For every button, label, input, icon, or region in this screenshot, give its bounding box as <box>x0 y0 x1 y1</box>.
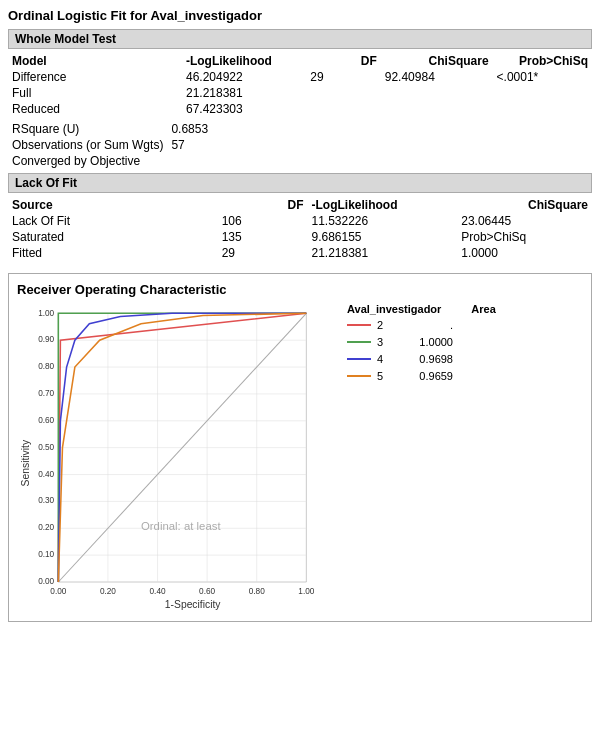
row-ll-2: 67.423303 <box>182 101 306 117</box>
col-chisquare: ChiSquare <box>381 53 493 69</box>
table-row: Saturated 135 9.686155 Prob>ChiSq <box>8 229 592 245</box>
lof-row1-df: 135 <box>218 229 308 245</box>
table-row: Full 21.218381 <box>8 85 592 101</box>
svg-text:0.30: 0.30 <box>38 496 54 505</box>
lof-col-chi: ChiSquare <box>457 197 592 213</box>
row-prob-0: <.0001* <box>493 69 592 85</box>
legend-area-value: 1.0000 <box>403 336 453 348</box>
row-model-0: Difference <box>8 69 182 85</box>
row-ll-1: 21.218381 <box>182 85 306 101</box>
lof-row2-ll: 21.218381 <box>307 245 457 261</box>
row-ll-0: 46.204922 <box>182 69 306 85</box>
roc-chart: Sensitivity 1-Specificity <box>17 303 327 613</box>
svg-text:0.20: 0.20 <box>100 587 116 596</box>
lof-col-df: DF <box>218 197 308 213</box>
table-row: Fitted 29 21.218381 1.0000 <box>8 245 592 261</box>
whole-model-header: Whole Model Test <box>8 29 592 49</box>
lack-of-fit-header: Lack Of Fit <box>8 173 592 193</box>
table-row: Reduced 67.423303 <box>8 101 592 117</box>
row-model-1: Full <box>8 85 182 101</box>
row-prob-2 <box>493 101 592 117</box>
svg-text:0.00: 0.00 <box>50 587 66 596</box>
lof-row2-df: 29 <box>218 245 308 261</box>
legend-item: 31.0000 <box>347 336 496 348</box>
svg-text:0.80: 0.80 <box>38 362 54 371</box>
svg-text:0.00: 0.00 <box>38 577 54 586</box>
legend-color-line <box>347 358 371 360</box>
legend-label: 2 <box>377 319 397 331</box>
roc-content: Sensitivity 1-Specificity <box>17 303 583 613</box>
col-model: Model <box>8 53 182 69</box>
roc-wrapper: Receiver Operating Characteristic Sensit… <box>17 282 583 613</box>
lof-row2-src: Fitted <box>8 245 218 261</box>
legend-area-value: . <box>403 319 453 331</box>
roc-container: Receiver Operating Characteristic Sensit… <box>8 273 592 622</box>
roc-title: Receiver Operating Characteristic <box>17 282 583 297</box>
row-prob-1 <box>493 85 592 101</box>
svg-text:1-Specificity: 1-Specificity <box>165 599 222 610</box>
legend-items: 2.31.000040.969850.9659 <box>347 319 496 382</box>
svg-text:0.70: 0.70 <box>38 389 54 398</box>
legend-label: 4 <box>377 353 397 365</box>
legend-item: 40.9698 <box>347 353 496 365</box>
svg-text:Ordinal: at least: Ordinal: at least <box>141 520 221 532</box>
row-chi-2 <box>381 101 493 117</box>
legend-item: 50.9659 <box>347 370 496 382</box>
col-prob: Prob>ChiSq <box>493 53 592 69</box>
legend-item: 2. <box>347 319 496 331</box>
lof-row1-src: Saturated <box>8 229 218 245</box>
legend-col-area: Area <box>471 303 495 315</box>
legend-area-value: 0.9659 <box>403 370 453 382</box>
row-df-1 <box>306 85 381 101</box>
lof-row2-chi: 1.0000 <box>457 245 592 261</box>
meta-table: RSquare (U) 0.6853 Observations (or Sum … <box>8 121 592 169</box>
legend-header: Aval_investigador Area <box>347 303 496 315</box>
legend-col-category: Aval_investigador <box>347 303 441 315</box>
lof-row0-chi: 23.06445 <box>457 213 592 229</box>
table-row: Lack Of Fit 106 11.532226 23.06445 <box>8 213 592 229</box>
row-df-2 <box>306 101 381 117</box>
legend-color-line <box>347 324 371 326</box>
lof-col-ll: -LogLikelihood <box>307 197 457 213</box>
row-chi-1 <box>381 85 493 101</box>
svg-text:0.60: 0.60 <box>38 416 54 425</box>
lof-row1-ll: 9.686155 <box>307 229 457 245</box>
observations-row: Observations (or Sum Wgts) 57 <box>8 137 592 153</box>
whole-model-table: Model -LogLikelihood DF ChiSquare Prob>C… <box>8 53 592 117</box>
roc-legend: Aval_investigador Area 2.31.000040.96985… <box>347 303 496 613</box>
lof-row0-df: 106 <box>218 213 308 229</box>
lof-col-source: Source <box>8 197 218 213</box>
converged-label: Converged by Objective <box>8 153 167 169</box>
row-df-0: 29 <box>306 69 381 85</box>
legend-label: 3 <box>377 336 397 348</box>
lack-of-fit-table: Source DF -LogLikelihood ChiSquare Lack … <box>8 197 592 261</box>
legend-color-line <box>347 375 371 377</box>
lof-row0-ll: 11.532226 <box>307 213 457 229</box>
svg-text:0.10: 0.10 <box>38 550 54 559</box>
svg-text:0.20: 0.20 <box>38 523 54 532</box>
svg-text:0.40: 0.40 <box>38 470 54 479</box>
svg-text:1.00: 1.00 <box>298 587 314 596</box>
svg-text:0.60: 0.60 <box>199 587 215 596</box>
rsquare-row: RSquare (U) 0.6853 <box>8 121 592 137</box>
row-model-2: Reduced <box>8 101 182 117</box>
legend-area-value: 0.9698 <box>403 353 453 365</box>
observations-value: 57 <box>167 137 592 153</box>
converged-row: Converged by Objective <box>8 153 592 169</box>
observations-label: Observations (or Sum Wgts) <box>8 137 167 153</box>
legend-label: 5 <box>377 370 397 382</box>
legend-color-line <box>347 341 371 343</box>
svg-text:0.90: 0.90 <box>38 335 54 344</box>
table-row: Difference 46.204922 29 92.40984 <.0001* <box>8 69 592 85</box>
row-chi-0: 92.40984 <box>381 69 493 85</box>
svg-text:0.50: 0.50 <box>38 443 54 452</box>
rsquare-value: 0.6853 <box>167 121 592 137</box>
lof-row0-src: Lack Of Fit <box>8 213 218 229</box>
col-df: DF <box>306 53 381 69</box>
col-loglikelihood: -LogLikelihood <box>182 53 306 69</box>
svg-text:0.80: 0.80 <box>249 587 265 596</box>
rsquare-label: RSquare (U) <box>8 121 167 137</box>
svg-text:Sensitivity: Sensitivity <box>20 439 31 486</box>
svg-text:0.40: 0.40 <box>150 587 166 596</box>
svg-text:1.00: 1.00 <box>38 309 54 318</box>
